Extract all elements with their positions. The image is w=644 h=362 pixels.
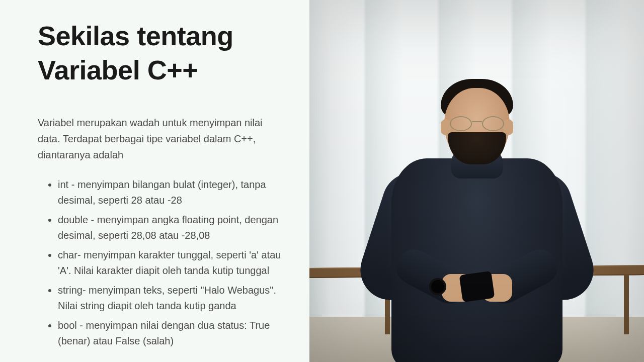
glasses-icon: [450, 116, 504, 131]
image-column: [309, 0, 644, 362]
list-item: string- menyimpan teks, seperti "Halo We…: [58, 283, 289, 314]
list-item: char- menyimpan karakter tunggal, sepert…: [58, 247, 289, 279]
bullet-list: int - menyimpan bilangan bulat (integer)…: [38, 177, 294, 349]
slide-title: Sekilas tentang Variabel C++: [38, 19, 294, 87]
photo-person: [386, 73, 568, 362]
list-item: double - menyimpan angka floating point,…: [58, 212, 289, 243]
list-item: int - menyimpan bilangan bulat (integer)…: [58, 177, 289, 208]
phone-icon: [459, 271, 495, 302]
slide: Sekilas tentang Variabel C++ Variabel me…: [0, 0, 644, 362]
intro-paragraph: Variabel merupakan wadah untuk menyimpan…: [38, 115, 274, 163]
watch-icon: [429, 278, 446, 295]
list-item: bool - menyimpan nilai dengan dua status…: [58, 318, 289, 349]
glasses-lens: [450, 116, 472, 131]
photo-railing-post: [624, 274, 629, 334]
text-column: Sekilas tentang Variabel C++ Variabel me…: [0, 0, 309, 362]
glasses-bridge: [472, 121, 482, 122]
glasses-lens: [482, 116, 504, 131]
